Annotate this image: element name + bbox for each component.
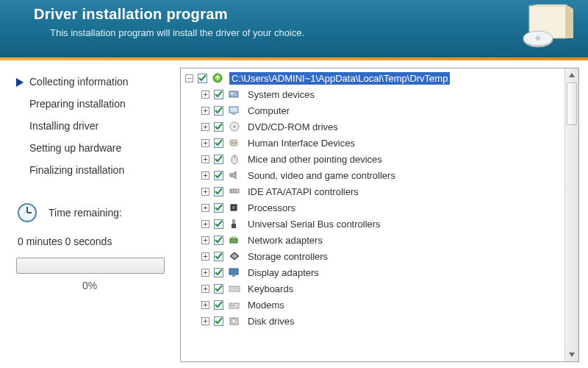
install-step-label: Setting up hardware <box>29 142 121 154</box>
tree-node[interactable]: +Universal Serial Bus controllers <box>181 216 564 232</box>
expand-icon[interactable]: + <box>201 204 209 212</box>
scroll-thumb[interactable] <box>567 82 577 125</box>
tree-checkbox[interactable] <box>214 284 223 294</box>
expand-icon[interactable]: + <box>201 139 209 147</box>
progress-bar <box>16 258 165 274</box>
svg-rect-36 <box>229 269 238 275</box>
svg-marker-46 <box>569 73 575 77</box>
expand-icon[interactable]: + <box>201 220 209 228</box>
tree-checkbox[interactable] <box>214 155 223 164</box>
svg-rect-32 <box>232 236 233 238</box>
scroll-track[interactable] <box>565 126 578 348</box>
svg-point-42 <box>231 305 232 306</box>
network-icon <box>228 234 241 246</box>
svg-marker-6 <box>16 78 24 87</box>
tree-node-label[interactable]: Computer <box>245 105 292 117</box>
expand-icon[interactable]: + <box>201 301 209 309</box>
expand-icon[interactable]: + <box>201 91 209 99</box>
tree-checkbox[interactable] <box>214 252 223 261</box>
svg-rect-17 <box>230 140 237 146</box>
tree-node[interactable]: +System devices <box>181 86 564 102</box>
tree-node-label[interactable]: IDE ATA/ATAPI controllers <box>245 185 361 198</box>
tree-checkbox[interactable] <box>214 187 223 197</box>
svg-rect-30 <box>232 224 236 228</box>
tree-node-label[interactable]: System devices <box>245 88 317 101</box>
tree-node[interactable]: +Modems <box>181 297 564 313</box>
tree-node-label[interactable]: Network adapters <box>245 234 325 247</box>
svg-point-5 <box>536 36 540 40</box>
tree-root-node[interactable]: −C:\Users\ADMINI~1\AppData\Local\Temp\Dr… <box>181 70 564 86</box>
tree-node[interactable]: +Disk drives <box>181 313 564 329</box>
tree-node-label[interactable]: Universal Serial Bus controllers <box>245 218 383 230</box>
tree-node-label[interactable]: Sound, video and game controllers <box>245 169 398 182</box>
svg-marker-47 <box>569 353 575 357</box>
collapse-icon[interactable]: − <box>185 74 193 82</box>
clock-icon <box>16 202 38 224</box>
install-step-label: Collecting information <box>29 76 129 88</box>
hid-icon <box>228 137 241 149</box>
svg-rect-13 <box>229 107 238 113</box>
tree-checkbox[interactable] <box>214 90 223 99</box>
svg-marker-1 <box>529 4 566 6</box>
svg-point-19 <box>234 142 236 144</box>
tree-node[interactable]: +Human Interface Devices <box>181 135 564 151</box>
tree-node[interactable]: +Keyboards <box>181 280 564 297</box>
computer-icon <box>228 105 241 116</box>
tree-node[interactable]: +Display adapters <box>181 264 564 280</box>
expand-icon[interactable]: + <box>201 285 209 293</box>
tree-node[interactable]: +Network adapters <box>181 232 564 248</box>
tree-checkbox[interactable] <box>214 236 223 245</box>
tree-root-label[interactable]: C:\Users\ADMINI~1\AppData\Local\Temp\Drv… <box>229 72 450 85</box>
tree-checkbox[interactable] <box>198 74 207 83</box>
tree-node[interactable]: +Sound, video and game controllers <box>181 167 564 183</box>
driver-tree[interactable]: −C:\Users\ADMINI~1\AppData\Local\Temp\Dr… <box>181 68 564 361</box>
display-icon <box>228 266 241 278</box>
tree-checkbox[interactable] <box>214 122 223 132</box>
tree-checkbox[interactable] <box>214 203 223 213</box>
tree-node-label[interactable]: Human Interface Devices <box>245 137 357 149</box>
tree-node[interactable]: +DVD/CD-ROM drives <box>181 118 564 135</box>
expand-icon[interactable]: + <box>201 236 209 244</box>
tree-checkbox[interactable] <box>214 300 223 310</box>
scroll-up-button[interactable] <box>565 68 578 82</box>
progress-percent: 0% <box>16 280 163 291</box>
svg-rect-29 <box>232 219 235 224</box>
tree-node-label[interactable]: Mice and other pointing devices <box>245 153 384 166</box>
tree-node[interactable]: +Processors <box>181 199 564 216</box>
scroll-down-button[interactable] <box>565 348 578 361</box>
tree-node-label[interactable]: Display adapters <box>245 266 321 279</box>
svg-point-18 <box>232 142 233 144</box>
sound-icon <box>228 169 241 181</box>
tree-checkbox[interactable] <box>214 268 223 277</box>
tree-node[interactable]: +Mice and other pointing devices <box>181 151 564 167</box>
tree-node-label[interactable]: DVD/CD-ROM drives <box>245 121 340 133</box>
keyboard-icon <box>228 283 241 294</box>
tree-node[interactable]: +IDE ATA/ATAPI controllers <box>181 183 564 199</box>
tree-node[interactable]: +Storage controllers <box>181 248 564 264</box>
expand-icon[interactable]: + <box>201 252 209 261</box>
expand-icon[interactable]: + <box>201 171 209 180</box>
tree-checkbox[interactable] <box>214 316 223 326</box>
expand-icon[interactable]: + <box>201 107 209 115</box>
tree-node-label[interactable]: Disk drives <box>245 315 297 328</box>
usb-icon <box>228 218 241 230</box>
cpu-icon <box>228 202 241 213</box>
expand-icon[interactable]: + <box>201 188 209 196</box>
svg-point-16 <box>234 126 236 128</box>
tree-node[interactable]: +Computer <box>181 102 564 118</box>
tree-checkbox[interactable] <box>214 106 223 116</box>
tree-node-label[interactable]: Processors <box>245 202 298 214</box>
expand-icon[interactable]: + <box>201 155 209 163</box>
expand-icon[interactable]: + <box>201 269 209 277</box>
tree-node-label[interactable]: Keyboards <box>245 283 295 295</box>
expand-icon[interactable]: + <box>201 317 209 325</box>
tree-node-label[interactable]: Storage controllers <box>245 250 330 263</box>
svg-rect-37 <box>232 275 235 277</box>
expand-icon[interactable]: + <box>201 123 209 131</box>
tree-checkbox[interactable] <box>214 219 223 229</box>
page-title: Driver installation program <box>34 6 573 23</box>
scrollbar[interactable] <box>564 68 578 361</box>
tree-node-label[interactable]: Modems <box>245 299 287 311</box>
tree-checkbox[interactable] <box>214 171 223 180</box>
tree-checkbox[interactable] <box>214 138 223 148</box>
